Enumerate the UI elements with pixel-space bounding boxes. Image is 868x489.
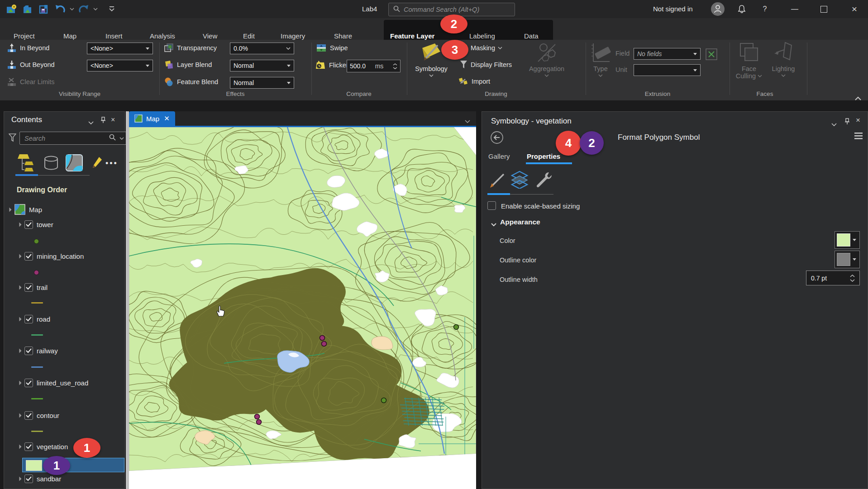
- layer-row-map[interactable]: Map: [8, 204, 42, 215]
- outline-width-input[interactable]: 0.7 pt: [806, 271, 860, 285]
- vegetation-swatch-row-selected[interactable]: [22, 458, 124, 472]
- swipe-button[interactable]: Swipe: [316, 43, 348, 53]
- collapse-ribbon-icon[interactable]: [854, 94, 862, 102]
- list-by-drawing-order-icon[interactable]: [16, 152, 37, 176]
- out-beyond-select[interactable]: <None>: [87, 60, 153, 71]
- layer-row-mining-location[interactable]: mining_location: [18, 252, 84, 261]
- layer-row-trail[interactable]: trail: [18, 283, 48, 292]
- road-symbol-swatch[interactable]: [31, 334, 43, 336]
- redo-icon[interactable]: [77, 2, 91, 16]
- flicker-duration-input[interactable]: 500.0 ms: [347, 60, 401, 72]
- in-beyond-select[interactable]: <None>: [87, 43, 153, 54]
- layer-checkbox[interactable]: [24, 252, 33, 261]
- outline-width-spinner-arrows[interactable]: [850, 275, 855, 282]
- aggregation-button[interactable]: Aggregation: [525, 42, 568, 77]
- undo-icon[interactable]: [53, 2, 67, 16]
- layer-checkbox[interactable]: [24, 379, 33, 387]
- expand-icon[interactable]: [17, 349, 22, 353]
- expand-icon[interactable]: [17, 317, 22, 322]
- layer-row-sandbar[interactable]: sandbar: [18, 475, 61, 483]
- railway-symbol-swatch[interactable]: [31, 366, 43, 368]
- out-beyond-button[interactable]: Out Beyond: [7, 60, 55, 70]
- field-select[interactable]: No fields: [634, 48, 701, 60]
- account-avatar[interactable]: [711, 2, 725, 18]
- layer-row-road[interactable]: road: [18, 315, 50, 323]
- snapping-view-icon[interactable]: [66, 154, 83, 173]
- clear-limits-button[interactable]: Clear Limits: [7, 77, 55, 87]
- minimize-button[interactable]: —: [786, 0, 804, 18]
- map-view-tab[interactable]: Map ✕: [129, 111, 175, 126]
- map-canvas[interactable]: [129, 127, 476, 489]
- signin-status[interactable]: Not signed in: [653, 5, 693, 13]
- layer-blend-select[interactable]: Normal: [230, 60, 294, 71]
- maximize-button[interactable]: [815, 0, 833, 18]
- back-button[interactable]: [490, 131, 504, 146]
- symbology-pin-icon[interactable]: [844, 118, 850, 127]
- layer-row-contour[interactable]: contour: [18, 411, 59, 420]
- contour-symbol-swatch[interactable]: [31, 431, 43, 432]
- vegetation-symbol-swatch[interactable]: [26, 460, 42, 471]
- layer-checkbox[interactable]: [24, 411, 33, 420]
- symbology-close-icon[interactable]: ×: [856, 116, 860, 125]
- layer-checkbox[interactable]: [24, 220, 33, 229]
- symbol-structure-tab-icon[interactable]: [534, 171, 552, 190]
- extrusion-type-button[interactable]: Type: [588, 42, 613, 77]
- unit-select[interactable]: [634, 64, 701, 76]
- expand-icon[interactable]: [17, 285, 22, 290]
- more-views-icon[interactable]: •••: [105, 159, 118, 168]
- mining-location-symbol-swatch[interactable]: [34, 270, 39, 275]
- import-button[interactable]: Import: [458, 77, 490, 86]
- expand-icon[interactable]: [17, 254, 22, 259]
- tab-strip-chevron-icon[interactable]: [465, 117, 470, 125]
- in-beyond-button[interactable]: In Beyond: [7, 43, 49, 53]
- display-filters-button[interactable]: Display Filters: [460, 60, 512, 69]
- panel-menu-icon[interactable]: [854, 132, 863, 142]
- expand-icon[interactable]: [17, 477, 22, 481]
- appearance-section-header[interactable]: Appearance: [500, 218, 540, 226]
- symbology-collapse-icon[interactable]: [831, 120, 837, 128]
- save-project-icon[interactable]: [37, 2, 51, 16]
- flicker-spinner-arrows[interactable]: [393, 63, 397, 69]
- trail-symbol-swatch[interactable]: [31, 302, 43, 304]
- layer-blend-control[interactable]: Layer Blend: [164, 60, 212, 70]
- list-by-data-source-icon[interactable]: [43, 155, 59, 173]
- color-picker-button[interactable]: [835, 231, 860, 249]
- undo-dropdown-icon[interactable]: [70, 8, 74, 10]
- flicker-button[interactable]: Flicker: [315, 60, 348, 71]
- tower-symbol-swatch[interactable]: [34, 239, 39, 244]
- appearance-chevron-icon[interactable]: [491, 220, 496, 228]
- filter-icon[interactable]: [9, 133, 16, 144]
- outline-color-picker-button[interactable]: [835, 251, 860, 268]
- open-project-icon[interactable]: [21, 2, 34, 16]
- layer-checkbox[interactable]: [24, 315, 33, 323]
- close-button[interactable]: ×: [845, 0, 863, 18]
- tab-gallery[interactable]: Gallery: [488, 152, 510, 160]
- layer-checkbox[interactable]: [24, 442, 33, 451]
- face-culling-button[interactable]: Face Culling: [734, 42, 764, 80]
- symbol-brush-tab-icon[interactable]: [488, 171, 506, 190]
- layer-row-vegetation[interactable]: vegetation: [18, 442, 68, 451]
- tab-properties[interactable]: Properties: [527, 152, 560, 160]
- layer-row-railway[interactable]: railway: [18, 347, 58, 355]
- feature-blend-select[interactable]: Normal: [230, 77, 294, 89]
- map-tab-close-icon[interactable]: ✕: [164, 114, 170, 123]
- contents-search-input[interactable]: Search: [19, 132, 129, 145]
- enable-scale-checkbox[interactable]: [487, 201, 496, 210]
- lighting-button[interactable]: Lighting: [768, 42, 799, 77]
- expand-icon[interactable]: [17, 413, 22, 418]
- expand-icon[interactable]: [17, 223, 22, 227]
- layer-checkbox[interactable]: [24, 347, 33, 355]
- limited-use-road-symbol-swatch[interactable]: [31, 398, 43, 399]
- layer-row-tower[interactable]: tower: [18, 220, 53, 229]
- layer-row-limited-use-road[interactable]: limited_use_road: [18, 379, 88, 387]
- expand-icon[interactable]: [17, 445, 22, 449]
- contents-collapse-icon[interactable]: [88, 118, 94, 126]
- new-project-icon[interactable]: [5, 2, 18, 16]
- help-icon[interactable]: ?: [757, 0, 773, 18]
- notifications-bell-icon[interactable]: [737, 4, 747, 16]
- contents-pin-icon[interactable]: [100, 116, 106, 125]
- expression-builder-button[interactable]: [706, 48, 717, 62]
- customize-toolbar-icon[interactable]: [105, 2, 119, 16]
- redo-dropdown-icon[interactable]: [93, 8, 98, 10]
- layer-checkbox[interactable]: [24, 475, 33, 483]
